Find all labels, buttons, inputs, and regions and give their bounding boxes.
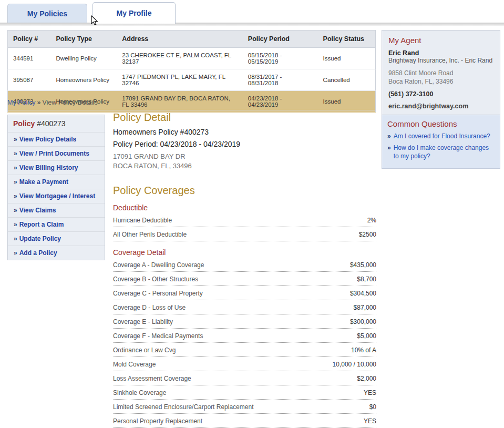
policy-period-cell: 05/15/2018 - 05/15/2019: [243, 48, 318, 69]
coverage-label: Coverage B - Other Structures: [113, 276, 198, 283]
policy-sidebar: Policy #400273 »View Policy Details »Vie…: [7, 115, 105, 260]
policy-row-395087[interactable]: 395087 Homeowners Policy 1747 PIEDMONT P…: [8, 69, 376, 91]
chevron-right-icon: »: [14, 178, 17, 186]
column-header-policy-type: Policy Type: [50, 30, 117, 48]
coverage-value: $435,000: [350, 261, 376, 269]
coverage-label: Ordinance or Law Cvg: [113, 347, 176, 354]
question-flood-insurance-link[interactable]: »Am I covered for Flood Insurance?: [387, 132, 495, 140]
agent-email-link[interactable]: eric.rand@brightway.com: [388, 103, 493, 110]
coverage-label: Loss Assessment Coverage: [113, 375, 191, 382]
column-header-policy-period: Policy Period: [243, 30, 318, 48]
chevron-right-icon: »: [14, 136, 17, 143]
deductible-heading: Deductible: [113, 203, 376, 212]
page: My Policies My Profile Policy # Policy T…: [0, 0, 504, 428]
sidebar-item-view-policy-details[interactable]: »View Policy Details: [8, 132, 105, 146]
chevron-right-icon: »: [387, 132, 391, 140]
chevron-right-icon: »: [14, 164, 17, 171]
policy-period-cell: 08/31/2017 - 08/31/2018: [243, 69, 318, 91]
sidebar-item-label: View Billing History: [19, 164, 78, 171]
coverage-row: Coverage E - Liability$300,000: [113, 314, 376, 329]
policy-detail-type-line: Homeowners Policy #400273: [113, 128, 376, 136]
sidebar-item-report-a-claim[interactable]: »Report a Claim: [8, 217, 105, 231]
main-content: Policy Detail Homeowners Policy #400273 …: [113, 111, 376, 428]
breadcrumb-current: View Policy Details: [42, 99, 97, 106]
policy-type-cell: Dwelling Policy: [50, 48, 117, 69]
policy-detail-heading: Policy Detail: [113, 111, 376, 124]
question-label: How do I make coverage changes to my pol…: [394, 144, 495, 160]
sidebar-item-label: View Policy Details: [19, 136, 77, 143]
sidebar-item-view-claims[interactable]: »View Claims: [8, 203, 105, 217]
coverage-label: Coverage F - Medical Payments: [113, 332, 203, 340]
agent-address-line2: Boca Raton, FL, 33496: [388, 77, 493, 86]
coverage-value: YES: [364, 417, 376, 425]
breadcrumb-my-policy-link[interactable]: My Policy: [7, 99, 35, 106]
coverage-row: Loss Assessment Coverage$2,000: [113, 371, 376, 385]
coverage-value: YES: [364, 389, 376, 396]
coverage-label: Coverage C - Personal Property: [113, 290, 203, 297]
coverage-value: 10% of A: [351, 347, 376, 354]
coverage-value: $2500: [359, 231, 376, 238]
my-agent-title: My Agent: [388, 36, 493, 45]
sidebar-title: Policy: [13, 119, 35, 128]
chevron-right-icon: »: [14, 207, 17, 214]
coverage-label: Limited Screened Enclosure/Carport Repla…: [113, 403, 253, 411]
coverage-label: Sinkhole Coverage: [113, 389, 166, 396]
policy-status-cell: Cancelled: [318, 69, 376, 91]
policy-row-344591[interactable]: 344591 Dwelling Policy 23 CHEROKEE CT E,…: [8, 48, 376, 69]
policy-table-header: Policy # Policy Type Address Policy Peri…: [8, 30, 376, 48]
coverage-row: Limited Screened Enclosure/Carport Repla…: [113, 400, 376, 414]
policy-detail-period-line: Policy Period: 04/23/2018 - 04/23/2019: [113, 140, 376, 148]
coverage-label: Hurricane Deductible: [113, 217, 172, 224]
policy-coverages-heading: Policy Coverages: [113, 185, 376, 197]
column-header-policy-status: Policy Status: [318, 30, 376, 48]
coverage-label: Coverage E - Liability: [113, 318, 173, 325]
policy-detail-address-line1: 17091 GRAND BAY DR: [113, 152, 376, 161]
sidebar-item-label: Update Policy: [19, 235, 61, 242]
question-coverage-changes-link[interactable]: »How do I make coverage changes to my po…: [387, 144, 495, 160]
sidebar-item-label: View / Print Documents: [19, 150, 89, 157]
sidebar-item-label: Report a Claim: [19, 221, 64, 228]
policy-detail-address-line2: BOCA RATON, FL, 33496: [113, 161, 376, 171]
sidebar-item-label: View Claims: [19, 207, 56, 214]
sidebar-item-label: Add a Policy: [19, 249, 57, 257]
coverage-row: Coverage B - Other Structures$8,700: [113, 272, 376, 286]
coverage-row: Coverage C - Personal Property$304,500: [113, 286, 376, 300]
tab-my-policies[interactable]: My Policies: [7, 4, 87, 23]
coverage-value: $5,000: [357, 332, 376, 340]
sidebar-item-view-billing-history[interactable]: »View Billing History: [8, 160, 105, 175]
coverage-row: Ordinance or Law Cvg10% of A: [113, 343, 376, 357]
sidebar-header: Policy #400273: [8, 115, 105, 132]
sidebar-item-view-mortgagee-interest[interactable]: »View Mortgagee / Interest: [8, 189, 105, 203]
coverage-detail-heading: Coverage Detail: [113, 248, 376, 257]
coverage-value: 2%: [367, 217, 376, 224]
sidebar-item-add-a-policy[interactable]: »Add a Policy: [8, 246, 105, 260]
column-header-address: Address: [117, 30, 243, 48]
policy-number-cell: 344591: [8, 48, 51, 69]
policy-type-cell: Homeowners Policy: [50, 69, 117, 91]
agent-phone: (561) 372-3100: [388, 90, 493, 98]
coverage-row: Sinkhole CoverageYES: [113, 385, 376, 400]
sidebar-item-make-a-payment[interactable]: »Make a Payment: [8, 175, 105, 189]
policy-number-cell: 395087: [8, 69, 51, 91]
coverage-row: Hurricane Deductible2%: [113, 213, 376, 227]
my-agent-panel: My Agent Eric Rand Brightway Insurance, …: [382, 30, 500, 117]
agent-company: Brightway Insurance, Inc. - Eric Rand: [388, 57, 493, 64]
coverage-row: Coverage D - Loss of Use$87,000: [113, 300, 376, 314]
chevron-right-icon: »: [14, 192, 17, 200]
agent-name: Eric Rand: [388, 49, 493, 57]
column-header-policy-number: Policy #: [8, 30, 51, 48]
sidebar-item-view-print-documents[interactable]: »View / Print Documents: [8, 146, 105, 160]
coverage-row: Coverage F - Medical Payments$5,000: [113, 329, 376, 343]
breadcrumb: My Policy»View Policy Details: [7, 99, 376, 110]
mouse-cursor-icon: [90, 15, 100, 26]
chevron-right-icon: »: [14, 150, 17, 157]
coverage-value: $0: [369, 403, 376, 411]
coverage-row: Mold Coverage10,000 / 10,000: [113, 357, 376, 371]
tab-my-profile[interactable]: My Profile: [92, 2, 176, 24]
sidebar-item-label: Make a Payment: [19, 178, 68, 186]
sidebar-item-update-policy[interactable]: »Update Policy: [8, 231, 105, 246]
coverage-label: Mold Coverage: [113, 361, 156, 368]
coverage-row: Personal Property ReplacementYES: [113, 414, 376, 428]
sidebar-item-label: View Mortgagee / Interest: [19, 192, 96, 200]
coverage-value: $8,700: [357, 276, 376, 283]
